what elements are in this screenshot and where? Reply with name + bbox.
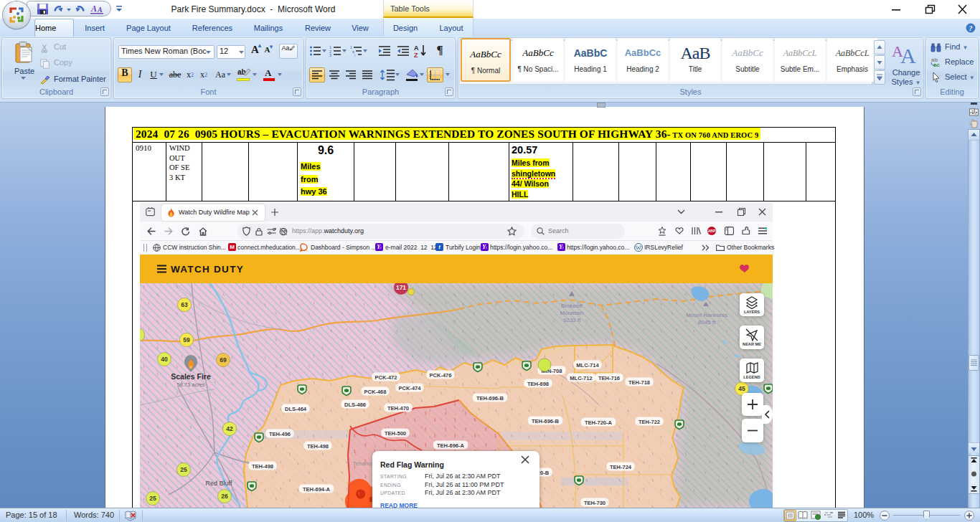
svg-text:MLC-712: MLC-712 xyxy=(570,375,592,381)
svg-text:9233 ft: 9233 ft xyxy=(563,317,581,323)
svg-text:MLC-714: MLC-714 xyxy=(576,362,599,369)
svg-text:Red Flag Warning: Red Flag Warning xyxy=(380,460,444,469)
svg-text:Mountain: Mountain xyxy=(560,310,584,316)
svg-text:42: 42 xyxy=(226,425,233,432)
svg-text:TEH-694-A: TEH-694-A xyxy=(303,486,331,493)
svg-text:Red Bluff: Red Bluff xyxy=(206,480,232,487)
svg-text:Fri, Jul 26 at 11:00 PM PDT: Fri, Jul 26 at 11:00 PM PDT xyxy=(425,481,504,488)
svg-text:TEH-730: TEH-730 xyxy=(584,500,606,506)
svg-text:58.73 acres: 58.73 acres xyxy=(176,381,204,388)
svg-text:TEH-696-B: TEH-696-B xyxy=(532,418,560,424)
svg-text:A: A xyxy=(414,44,419,52)
svg-text:UPDATED: UPDATED xyxy=(380,490,405,495)
svg-text:TEH-498: TEH-498 xyxy=(307,443,329,450)
svg-text:Tehama: Tehama xyxy=(353,460,374,467)
svg-text:PCK-468: PCK-468 xyxy=(364,389,387,395)
svg-text:TEH-498: TEH-498 xyxy=(252,463,273,470)
svg-text:8045 ft: 8045 ft xyxy=(698,319,716,326)
svg-text:Mount Harkness: Mount Harkness xyxy=(686,312,727,318)
svg-text:TEH-720-A: TEH-720-A xyxy=(585,419,613,426)
svg-text:45: 45 xyxy=(738,385,745,392)
svg-text:PCK-476: PCK-476 xyxy=(430,372,452,379)
svg-text:TEH-696-A: TEH-696-A xyxy=(437,442,465,449)
svg-text:ENDING: ENDING xyxy=(380,483,401,488)
svg-text:PCK-474: PCK-474 xyxy=(399,385,422,392)
svg-text:NEAR ME: NEAR ME xyxy=(743,342,761,346)
svg-text:69: 69 xyxy=(220,356,227,364)
svg-text:PCK-472: PCK-472 xyxy=(375,374,397,381)
svg-text:LEGEND: LEGEND xyxy=(743,375,760,379)
svg-text:TEH-470: TEH-470 xyxy=(387,405,409,412)
svg-text:TEH-500: TEH-500 xyxy=(385,430,406,437)
svg-text:Fri, Jul 26 at 2:30 AM PDT: Fri, Jul 26 at 2:30 AM PDT xyxy=(425,473,501,480)
svg-text:63: 63 xyxy=(181,301,188,308)
svg-text:TEH-718: TEH-718 xyxy=(628,379,650,386)
svg-text:171: 171 xyxy=(396,284,406,291)
svg-text:3: 3 xyxy=(329,53,331,57)
svg-text:i: i xyxy=(354,53,355,57)
svg-text:STARTING: STARTING xyxy=(380,474,407,479)
svg-text:DLS-466: DLS-466 xyxy=(344,402,366,408)
svg-text:TEH-716: TEH-716 xyxy=(598,375,620,381)
svg-text:40: 40 xyxy=(161,356,168,363)
svg-text:59: 59 xyxy=(183,336,190,343)
svg-text:25: 25 xyxy=(149,495,156,502)
svg-text:READ MORE: READ MORE xyxy=(380,502,418,508)
svg-text:25: 25 xyxy=(180,466,187,473)
svg-text:Brokeoff: Brokeoff xyxy=(561,303,583,309)
svg-text:TEH-724: TEH-724 xyxy=(610,464,632,470)
svg-text:LAYERS: LAYERS xyxy=(744,310,760,314)
svg-text:ABP: ABP xyxy=(708,229,716,233)
svg-text:TEH-696-B: TEH-696-B xyxy=(476,395,504,402)
svg-text:?: ? xyxy=(969,24,973,32)
svg-text:Z: Z xyxy=(414,52,418,58)
svg-text:TEH-496: TEH-496 xyxy=(269,431,291,437)
svg-text:TEH-722: TEH-722 xyxy=(639,419,660,425)
svg-text:26: 26 xyxy=(221,493,228,500)
svg-text:Scales Fire: Scales Fire xyxy=(171,372,211,381)
svg-text:DLS-464: DLS-464 xyxy=(285,406,307,412)
svg-text:Fri, Jul 26 at 2:30 AM PDT: Fri, Jul 26 at 2:30 AM PDT xyxy=(425,489,501,496)
svg-text:TEH-698: TEH-698 xyxy=(527,381,549,387)
